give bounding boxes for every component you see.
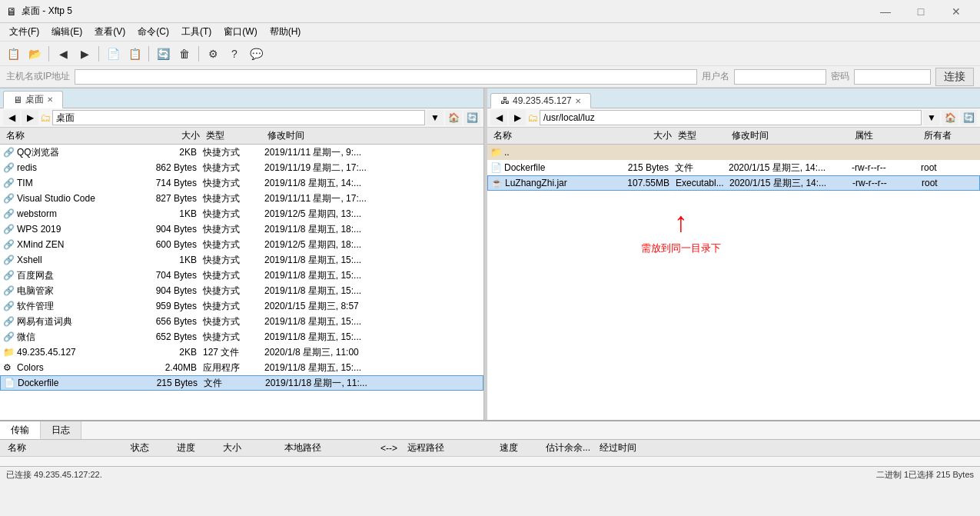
right-back-btn[interactable]: ◀ — [490, 110, 507, 125]
back-button[interactable]: ◀ — [53, 45, 73, 63]
file-size: 714 Bytes — [141, 178, 203, 188]
paste-button[interactable]: 📋 — [125, 45, 145, 63]
right-tab-close-icon[interactable]: ✕ — [575, 97, 581, 105]
right-col-size-header[interactable]: 大小 — [613, 129, 675, 142]
file-date: 2019/11/18 星期一, 11:... — [265, 377, 480, 390]
right-file-row[interactable]: ☕ LuZhangZhi.jar 107.55MB Executabl... 2… — [487, 175, 980, 191]
left-file-row[interactable]: 🔗 WPS 2019 904 Bytes 快捷方式 2019/11/8 星期五,… — [0, 221, 483, 237]
right-dropdown-btn[interactable]: ▼ — [923, 110, 940, 125]
left-file-row[interactable]: 🔗 百度网盘 704 Bytes 快捷方式 2019/11/8 星期五, 15:… — [0, 268, 483, 283]
status-right: 二进制 1已选择 215 Bytes — [876, 469, 974, 481]
menu-item-v[interactable]: 查看(V) — [88, 24, 131, 40]
transfer-header: 名称 状态 进度 大小 本地路径 <--> 远程路径 速度 估计余余... 经过… — [0, 440, 980, 457]
copy-button[interactable]: 📄 — [103, 45, 123, 63]
menu-item-w[interactable]: 窗口(W) — [218, 24, 263, 40]
refresh-button[interactable]: 🔄 — [153, 45, 173, 63]
chat-button[interactable]: 💬 — [246, 45, 266, 63]
left-file-row[interactable]: 🔗 webstorm 1KB 快捷方式 2019/12/5 星期四, 13:..… — [0, 206, 483, 221]
left-file-row[interactable]: 🔗 软件管理 959 Bytes 快捷方式 2020/1/15 星期三, 8:5… — [0, 298, 483, 314]
right-path-input[interactable] — [540, 110, 922, 125]
forward-button[interactable]: ▶ — [75, 45, 95, 63]
right-home-btn[interactable]: 🏠 — [942, 110, 958, 125]
file-icon: 🔗 — [3, 301, 17, 311]
tab-close-icon[interactable]: ✕ — [47, 95, 53, 104]
right-file-icon: 📄 — [490, 162, 504, 173]
right-col-type-header[interactable]: 类型 — [675, 129, 729, 142]
left-col-type-header[interactable]: 类型 — [203, 129, 264, 142]
right-forward-btn[interactable]: ▶ — [509, 110, 526, 125]
right-tab-remote[interactable]: 🖧 49.235.45.127 ✕ — [490, 93, 591, 108]
left-refresh-btn[interactable]: 🔄 — [463, 110, 480, 125]
host-input[interactable] — [75, 69, 697, 85]
right-tab-label: 49.235.45.127 — [513, 95, 572, 106]
open-button[interactable]: 📂 — [25, 45, 45, 63]
transfer-tab-active[interactable]: 传输 — [0, 421, 41, 439]
th-size: 大小 — [220, 441, 281, 454]
menu-item-e[interactable]: 编辑(E) — [45, 24, 88, 40]
file-type: 快捷方式 — [203, 300, 264, 313]
menu-item-f[interactable]: 文件(F) — [3, 24, 45, 40]
file-type: 快捷方式 — [203, 161, 264, 175]
menu-item-h[interactable]: 帮助(H) — [264, 24, 307, 40]
right-file-row[interactable]: 📁 .. — [487, 145, 980, 160]
menu-item-c[interactable]: 命令(C) — [131, 24, 175, 40]
th-eta: 估计余余... — [543, 441, 596, 454]
right-file-row[interactable]: 📄 Dockerfile 215 Bytes 文件 2020/1/15 星期三,… — [487, 160, 980, 175]
right-col-owner-header[interactable]: 所有者 — [921, 129, 977, 142]
file-size: 904 Bytes — [141, 224, 203, 235]
log-tab[interactable]: 日志 — [41, 421, 81, 439]
left-file-row[interactable]: 🔗 电脑管家 904 Bytes 快捷方式 2019/11/8 星期五, 15:… — [0, 283, 483, 298]
minimize-button[interactable]: — — [868, 0, 903, 23]
left-forward-btn[interactable]: ▶ — [22, 110, 38, 125]
toolbar-separator-3 — [148, 46, 149, 62]
left-file-row[interactable]: 🔗 Xshell 1KB 快捷方式 2019/11/8 星期五, 15:... — [0, 252, 483, 268]
left-path-input[interactable] — [52, 110, 425, 125]
help-button[interactable]: ? — [224, 45, 244, 63]
maximize-button[interactable]: □ — [903, 0, 938, 23]
desktop-icon: 🖥 — [13, 95, 22, 105]
left-file-row[interactable]: 🔗 Visual Studio Code 827 Bytes 快捷方式 2019… — [0, 191, 483, 206]
file-date: 2019/11/19 星期二, 17:... — [264, 161, 480, 175]
delete-button[interactable]: 🗑 — [174, 45, 194, 63]
right-col-attr-header[interactable]: 属性 — [852, 129, 921, 142]
file-name: 49.235.45.127 — [17, 347, 141, 358]
left-col-size-header[interactable]: 大小 — [141, 129, 203, 142]
right-file-list-container: 📁 .. 📄 Dockerfile 215 Bytes 文件 2020/1/15… — [487, 145, 980, 420]
file-size: 652 Bytes — [141, 331, 203, 342]
left-home-btn[interactable]: 🏠 — [445, 110, 462, 125]
file-date: 2019/11/11 星期一, 17:... — [264, 192, 480, 205]
settings-button[interactable]: ⚙ — [203, 45, 223, 63]
right-file-type: 文件 — [675, 161, 729, 175]
file-type: 快捷方式 — [203, 223, 264, 236]
left-file-row[interactable]: 🔗 redis 862 Bytes 快捷方式 2019/11/19 星期二, 1… — [0, 160, 483, 175]
file-type: 快捷方式 — [203, 238, 264, 251]
user-input[interactable] — [734, 69, 826, 85]
left-file-row[interactable]: 🔗 XMind ZEN 600 Bytes 快捷方式 2019/12/5 星期四… — [0, 237, 483, 252]
left-file-row[interactable]: 🔗 QQ浏览器 2KB 快捷方式 2019/11/11 星期一, 9:... — [0, 145, 483, 160]
th-elapsed: 经过时间 — [596, 441, 975, 454]
right-col-date-header[interactable]: 修改时间 — [729, 129, 852, 142]
left-file-row[interactable]: 🔗 网易有道词典 656 Bytes 快捷方式 2019/11/8 星期五, 1… — [0, 314, 483, 329]
file-size: 959 Bytes — [141, 301, 203, 311]
left-file-row[interactable]: 🔗 TIM 714 Bytes 快捷方式 2019/11/8 星期五, 14:.… — [0, 175, 483, 191]
right-file-size: 215 Bytes — [613, 162, 675, 173]
left-file-row[interactable]: ⚙ Colors 2.40MB 应用程序 2019/11/8 星期五, 15:.… — [0, 360, 483, 375]
left-file-row[interactable]: 🔗 微信 652 Bytes 快捷方式 2019/11/8 星期五, 15:..… — [0, 329, 483, 345]
status-connected: 已连接 49.235.45.127:22. — [6, 469, 876, 481]
left-back-btn[interactable]: ◀ — [3, 110, 20, 125]
left-dropdown-btn[interactable]: ▼ — [427, 110, 443, 125]
menu-item-t[interactable]: 工具(T) — [175, 24, 218, 40]
close-button[interactable]: ✕ — [938, 0, 974, 23]
left-tab-desktop[interactable]: 🖥 桌面 ✕ — [3, 91, 63, 108]
left-col-name-header[interactable]: 名称 — [3, 129, 141, 142]
left-col-date-header[interactable]: 修改时间 — [264, 129, 480, 142]
left-file-row[interactable]: 📁 49.235.45.127 2KB 127 文件 2020/1/8 星期三,… — [0, 345, 483, 360]
pass-input[interactable] — [854, 69, 931, 85]
new-connection-button[interactable]: 📋 — [3, 45, 23, 63]
connect-button[interactable]: 连接 — [935, 68, 974, 86]
right-col-name-header[interactable]: 名称 — [490, 129, 613, 142]
file-icon: 🔗 — [3, 270, 17, 281]
right-refresh-btn[interactable]: 🔄 — [960, 110, 977, 125]
left-file-row[interactable]: 📄 Dockerfile 215 Bytes 文件 2019/11/18 星期一… — [0, 375, 483, 391]
file-name: redis — [17, 162, 141, 173]
